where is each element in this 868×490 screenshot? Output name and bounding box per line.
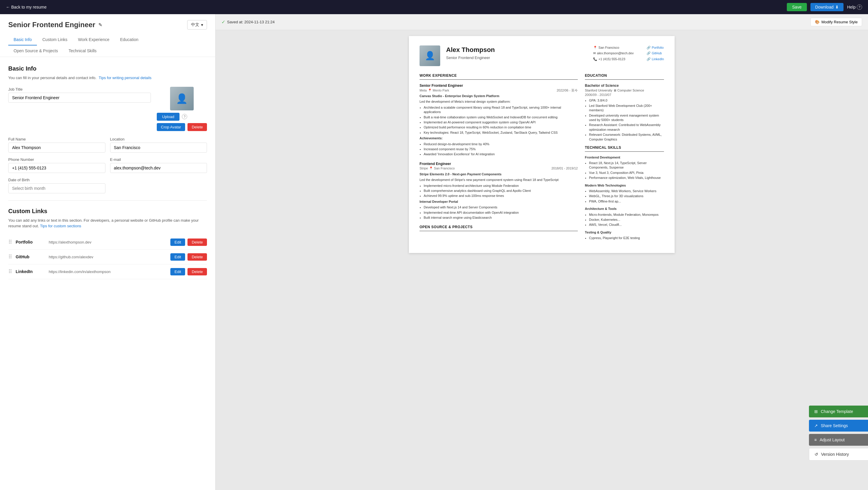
job-date-stripe: 2018/01 - 2019/12 <box>552 166 578 171</box>
floating-actions: ⊞ Change Template ↗ Share Settings ≡ Adj… <box>809 405 868 460</box>
tips-link[interactable]: Tips for writing personal details <box>99 75 151 80</box>
job-company-row-meta: Meta 📍 Menlo Park 2022/06 - 至今 <box>420 88 578 93</box>
drag-icon[interactable]: ⠿ <box>8 239 12 245</box>
link-portfolio[interactable]: 🔗 Portfolio <box>647 45 664 50</box>
share-settings-icon: ↗ <box>814 423 818 428</box>
resume-links: 🔗 Portfolio 🔗 GitHub 🔗 LinkedIn <box>647 45 664 61</box>
job-project-stripe-elements: Stripe Elements 2.0 - Next-gen Payment C… <box>420 172 578 177</box>
list-item: ⠿ Portfolio https://alexthompson.dev Edi… <box>8 235 207 250</box>
job-bullets-portal: Developed with Next.js 14 and Server Com… <box>420 205 578 220</box>
basic-info-desc: You can fill in your personal details an… <box>8 75 207 81</box>
upload-button[interactable]: Upload <box>157 113 180 121</box>
list-item: ⠿ GitHub https://github.com/alexdev Edit… <box>8 250 207 265</box>
skills-title: TECHNICAL SKILLS <box>585 145 664 152</box>
help-button[interactable]: Help ? <box>847 4 862 10</box>
edit-github-button[interactable]: Edit <box>170 253 185 261</box>
full-name-label: Full Name <box>8 137 105 142</box>
contact-phone: 📞 +1 (415) 555-0123 <box>593 57 633 61</box>
tab-open-source[interactable]: Open Source & Projects <box>8 45 63 57</box>
delete-linkedin-button[interactable]: Delete <box>187 268 207 275</box>
tab-technical-skills[interactable]: Technical Skills <box>63 45 102 57</box>
share-settings-button[interactable]: ↗ Share Settings <box>809 420 868 432</box>
skills-modern-web-title: Modern Web Technologies <box>585 183 664 188</box>
skills-testing: Testing & Quality Cypress, Playwright fo… <box>585 230 664 241</box>
list-item: Optimized build performance resulting in… <box>424 125 578 130</box>
drag-icon[interactable]: ⠿ <box>8 253 12 260</box>
job-title-label: Job Title <box>8 87 23 92</box>
link-linkedin[interactable]: 🔗 LinkedIn <box>647 57 664 61</box>
language-select[interactable]: 中文 ▾ <box>187 20 207 30</box>
work-experience-title: WORK EXPERIENCE <box>420 73 578 80</box>
skills-architecture: Architecture & Tools Micro-frontends, Mo… <box>585 207 664 227</box>
download-label: Download <box>815 5 833 9</box>
full-name-input[interactable] <box>8 143 105 153</box>
delete-avatar-button[interactable]: Delete <box>187 123 207 131</box>
delete-github-button[interactable]: Delete <box>187 253 207 261</box>
list-item: Developed with Next.js 14 and Server Com… <box>424 205 578 210</box>
change-template-button[interactable]: ⊞ Change Template <box>809 405 868 418</box>
job-company-row-stripe: Stripe 📍 San Francisco 2018/01 - 2019/12 <box>420 166 578 171</box>
location-label: Location <box>110 137 207 142</box>
drag-icon[interactable]: ⠿ <box>8 268 12 275</box>
full-name-group: Full Name <box>8 137 105 153</box>
job-title-stripe: Frontend Engineer <box>420 161 578 166</box>
edu-degree: Bachelor of Science <box>585 83 664 88</box>
list-item: Implemented micro-frontend architecture … <box>424 184 578 188</box>
modify-btn-label: Modify Resume Style <box>822 20 858 24</box>
tab-education[interactable]: Education <box>115 34 144 45</box>
edit-portfolio-button[interactable]: Edit <box>170 239 185 246</box>
edu-date: 2006/09 - 2010/07 <box>585 93 664 97</box>
location-input[interactable] <box>110 143 207 153</box>
custom-tips-link[interactable]: Tips for custom sections <box>40 224 81 228</box>
save-button[interactable]: Save <box>787 3 807 11</box>
delete-portfolio-button[interactable]: Delete <box>187 239 207 246</box>
list-item: Cypress, Playwright for E2E testing <box>589 236 664 240</box>
link-github[interactable]: 🔗 GitHub <box>647 51 664 56</box>
download-button[interactable]: Download ⬇ <box>810 3 843 11</box>
adjust-layout-label: Adjust Layout <box>819 437 845 442</box>
dob-label: Date of Birth <box>8 178 105 182</box>
list-item: Built a real-time collaboration system u… <box>424 115 578 120</box>
language-value: 中文 <box>191 22 199 27</box>
main-layout: Senior Frontend Engineer ✎ 中文 ▾ Basic In… <box>0 14 868 490</box>
crop-avatar-button[interactable]: Crop Avatar <box>157 123 185 131</box>
preview-area: 👤 Alex Thompson Senior Frontend Engineer… <box>216 30 868 490</box>
section-divider <box>8 201 207 201</box>
job-title-input[interactable] <box>8 93 151 103</box>
avatar-buttons: Upload ? Crop Avatar Delete <box>157 113 207 131</box>
link-name-portfolio: Portfolio <box>16 240 45 244</box>
tabs-row-2: Open Source & Projects Technical Skills <box>8 45 207 57</box>
phone-label: Phone Number <box>8 157 105 162</box>
help-label: Help <box>847 5 856 9</box>
list-item: Led Stanford Web Development Club (200+ … <box>589 103 664 113</box>
job-title-group: Job Title <box>8 87 151 103</box>
resume-header: 👤 Alex Thompson Senior Frontend Engineer… <box>420 45 664 66</box>
right-panel: ✓ Saved at: 2024-11-13 21:24 🎨 Modify Re… <box>216 14 868 490</box>
link-url-linkedin: https://linkedin.com/in/alexthompson <box>49 270 167 274</box>
tab-work-experience[interactable]: Work Experience <box>73 34 115 45</box>
left-panel: Senior Frontend Engineer ✎ 中文 ▾ Basic In… <box>0 14 216 490</box>
edit-linkedin-button[interactable]: Edit <box>170 268 185 275</box>
link-actions-github: Edit Delete <box>170 253 207 261</box>
resume-name-block: Alex Thompson Senior Frontend Engineer <box>446 45 495 61</box>
list-item: Research Assistant: Contributed to WebAs… <box>589 123 664 132</box>
contact-email: ✉ alex.thompson@tech.dev <box>593 51 633 56</box>
list-item: Key technologies: React 18, TypeScript, … <box>424 130 578 135</box>
dob-input[interactable] <box>8 183 105 193</box>
back-link[interactable]: ← Back to my resume <box>6 5 46 9</box>
list-item: Docker, Kubernetes... <box>589 218 664 222</box>
tab-basic-info[interactable]: Basic Info <box>8 34 37 45</box>
list-item: PWA, Offline-first ap... <box>589 199 664 204</box>
list-item: Implemented real-time API documentation … <box>424 211 578 215</box>
email-input[interactable] <box>110 163 207 173</box>
adjust-layout-button[interactable]: ≡ Adjust Layout <box>809 434 868 446</box>
upload-help-icon[interactable]: ? <box>182 114 187 119</box>
edit-title-icon[interactable]: ✎ <box>98 22 102 28</box>
modify-resume-style-button[interactable]: 🎨 Modify Resume Style <box>810 18 862 26</box>
phone-input[interactable] <box>8 163 105 173</box>
list-item: WebGL, Three.js for 3D visualizations <box>589 194 664 198</box>
tab-custom-links[interactable]: Custom Links <box>37 34 73 45</box>
saved-status: ✓ Saved at: 2024-11-13 21:24 <box>221 19 275 25</box>
version-history-button[interactable]: ↺ Version History <box>809 448 868 460</box>
top-nav: ← Back to my resume Save Download ⬇ Help… <box>0 0 868 14</box>
